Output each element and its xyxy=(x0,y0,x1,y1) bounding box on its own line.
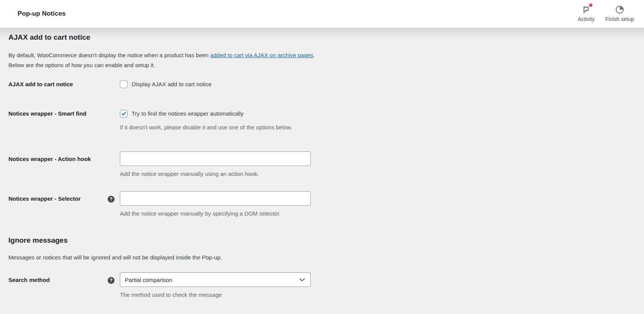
ajax-notice-label: AJAX add to cart notice xyxy=(8,80,107,89)
setting-row-ajax-notice: AJAX add to cart notice Display AJAX add… xyxy=(8,80,636,90)
chevron-down-icon xyxy=(299,278,305,282)
help-slot: ? xyxy=(107,191,120,203)
ignore-messages-description: Messages or notices that will be ignored… xyxy=(8,253,636,262)
intro-line-2: Below are the options of how you can ena… xyxy=(8,60,636,70)
section-intro: By default, WooCommerce doesn’t display … xyxy=(8,50,636,70)
search-method-help-text: The method used to check the message xyxy=(120,290,636,300)
setting-row-smart-find: Notices wrapper - Smart find Try to find… xyxy=(8,109,636,132)
help-icon-glyph: ? xyxy=(110,197,112,201)
smart-find-option[interactable]: Try to find the notices wrapper automati… xyxy=(120,109,244,118)
search-method-select[interactable]: Partial comparison xyxy=(120,272,311,287)
smart-find-label: Notices wrapper - Smart find xyxy=(8,109,107,118)
search-method-label: Search method xyxy=(8,272,107,284)
help-icon-glyph: ? xyxy=(110,278,112,283)
help-slot xyxy=(107,151,120,156)
setting-row-action-hook: Notices wrapper - Action hook Add the no… xyxy=(8,151,636,179)
finish-setup-button[interactable]: Finish setup xyxy=(600,0,639,27)
selector-label: Notices wrapper - Selector xyxy=(8,191,107,203)
help-slot: ? xyxy=(107,272,120,284)
page-title: Pop-up Notices xyxy=(18,10,66,18)
smart-find-checkbox-label[interactable]: Try to find the notices wrapper automati… xyxy=(132,109,244,118)
action-hook-label: Notices wrapper - Action hook xyxy=(8,151,107,163)
smart-find-checkbox[interactable] xyxy=(120,110,128,118)
popup-notices-settings-page: Pop-up Notices Activity xyxy=(0,0,644,314)
section-heading-ajax: AJAX add to cart notice xyxy=(8,32,636,42)
selector-input[interactable] xyxy=(120,191,311,206)
section-heading-ignore-messages: Ignore messages xyxy=(8,235,636,245)
setup-progress-icon xyxy=(615,5,625,14)
header-actions: Activity Finish setup xyxy=(572,0,639,27)
header-bar: Pop-up Notices Activity xyxy=(0,0,644,28)
activity-button[interactable]: Activity xyxy=(572,0,600,27)
ajax-archive-pages-link[interactable]: added to cart via AJAX on archive pages xyxy=(210,52,313,58)
search-method-selected-value: Partial comparison xyxy=(125,277,172,283)
activity-flag-icon xyxy=(581,5,591,14)
activity-label: Activity xyxy=(578,16,594,22)
finish-setup-label: Finish setup xyxy=(605,16,634,22)
display-ajax-notice-checkbox-label[interactable]: Display AJAX add to cart notice xyxy=(132,80,211,89)
smart-find-help-text: If it doesn't work, please disable it an… xyxy=(120,122,636,132)
intro-line-1: By default, WooCommerce doesn’t display … xyxy=(8,50,636,60)
action-hook-input[interactable] xyxy=(120,151,311,166)
selector-help-text: Add the notice wrapper manually by speci… xyxy=(120,209,636,219)
help-icon[interactable]: ? xyxy=(108,196,115,203)
settings-content: AJAX add to cart notice By default, WooC… xyxy=(0,28,644,314)
setting-row-selector: Notices wrapper - Selector ? Add the not… xyxy=(8,191,636,219)
display-ajax-notice-checkbox[interactable] xyxy=(120,81,128,88)
action-hook-help-text: Add the notice wrapper manually using an… xyxy=(120,169,636,179)
unread-badge-dot xyxy=(589,3,592,7)
setting-row-search-method: Search method ? Partial comparison The m… xyxy=(8,272,636,300)
help-icon[interactable]: ? xyxy=(108,277,115,284)
display-ajax-notice-option[interactable]: Display AJAX add to cart notice xyxy=(120,80,211,89)
